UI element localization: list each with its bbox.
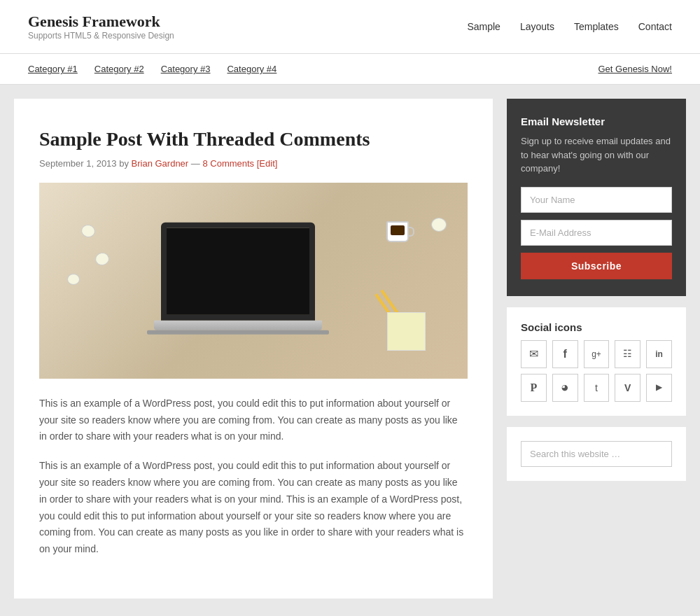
genesis-cta[interactable]: Get Genesis Now! [598,64,673,74]
sticky-note-image [387,312,426,351]
category-4[interactable]: Category #4 [227,64,276,74]
subscribe-button[interactable]: Subscribe [521,253,672,279]
newsletter-name-input[interactable] [521,187,672,213]
category-1[interactable]: Category #1 [28,64,78,74]
nav-item-contact[interactable]: Contact [638,21,672,32]
main-navigation: Sample Layouts Templates Contact [467,21,672,32]
secondary-navigation: Category #1 Category #2 Category #3 Cate… [0,54,700,85]
search-widget [507,427,686,481]
linkedin-icon[interactable]: in [646,340,672,368]
post-date: September 1, 2013 by [39,158,132,169]
site-tagline: Supports HTML5 & Responsive Design [28,31,174,41]
post-meta: September 1, 2013 by Brian Gardner — 8 C… [39,158,468,169]
post-title: Sample Post With Threaded Comments [39,127,468,152]
social-row-1: ✉ f g+ ☷ in [521,340,672,368]
social-icons-grid: ✉ f g+ ☷ in P ◕ t V ▶ [521,340,672,402]
social-icons-title: Social icons [521,321,672,333]
google-plus-icon[interactable]: g+ [584,340,610,368]
laptop-image [161,223,329,335]
social-row-2: P ◕ t V ▶ [521,374,672,402]
post-edit[interactable]: [Edit] [257,158,278,169]
newsletter-email-input[interactable] [521,220,672,246]
rss-icon[interactable]: ◕ [552,374,578,402]
coffee-cup-image [386,221,412,249]
pinterest-icon[interactable]: P [521,374,547,402]
newsletter-widget: Email Newsletter Sign up to receive emai… [507,99,686,296]
post-author[interactable]: Brian Gardner [132,158,189,169]
youtube-icon[interactable]: ▶ [646,374,672,402]
post-comments[interactable]: 8 Comments [202,158,254,169]
main-content: Sample Post With Threaded Comments Septe… [14,99,493,598]
instagram-icon[interactable]: ☷ [615,340,640,368]
nav-item-layouts[interactable]: Layouts [520,21,554,32]
nav-item-templates[interactable]: Templates [574,21,619,32]
site-title: Genesis Framework [28,13,174,31]
post-paragraph-2: This is an example of a WordPress post, … [39,458,468,558]
social-icons-widget: Social icons ✉ f g+ ☷ in P ◕ t V ▶ [507,307,686,416]
category-nav: Category #1 Category #2 Category #3 Cate… [28,64,276,74]
facebook-icon[interactable]: f [552,340,578,368]
content-area: Sample Post With Threaded Comments Septe… [0,85,700,612]
post-featured-image [39,183,468,379]
site-branding: Genesis Framework Supports HTML5 & Respo… [28,13,174,41]
nav-item-sample[interactable]: Sample [467,21,500,32]
post-paragraph-1: This is an example of a WordPress post, … [39,396,468,445]
site-header: Genesis Framework Supports HTML5 & Respo… [0,0,700,54]
category-3[interactable]: Category #3 [161,64,211,74]
category-2[interactable]: Category #2 [94,64,144,74]
newsletter-description: Sign up to receive email updates and to … [521,134,672,176]
sidebar: Email Newsletter Sign up to receive emai… [507,99,686,598]
newsletter-title: Email Newsletter [521,115,672,127]
post-separator: — [188,158,202,169]
vimeo-icon[interactable]: V [615,374,640,402]
twitter-icon[interactable]: t [584,374,610,402]
email-icon[interactable]: ✉ [521,340,547,368]
search-input[interactable] [521,441,672,467]
